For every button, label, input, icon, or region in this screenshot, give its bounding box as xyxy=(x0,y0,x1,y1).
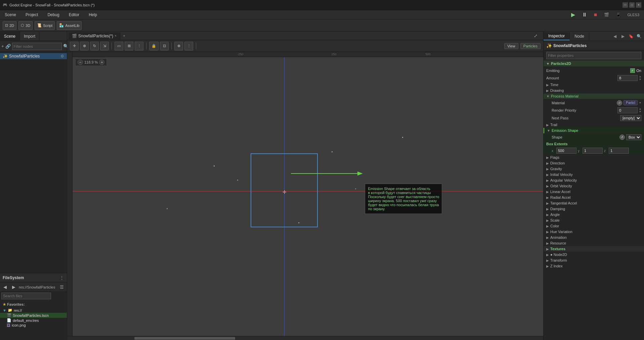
tab-inspector[interactable]: Inspector xyxy=(544,32,570,40)
filesystem-menu-button[interactable]: ⋮ xyxy=(59,275,64,280)
remote-debug-button[interactable]: 📱 xyxy=(614,12,623,18)
tree-item-snowfallparticles[interactable]: ✨ SnowfallParticles ⚙ xyxy=(0,53,67,59)
grid-snap-button[interactable]: ⋮ xyxy=(135,42,143,50)
shape-reset-button[interactable]: ↺ xyxy=(619,135,625,140)
rp-spin-up[interactable]: ▲ xyxy=(639,108,641,110)
box-extent-y-input[interactable] xyxy=(583,148,603,154)
initial-velocity-section[interactable]: ▶Initial Velocity xyxy=(544,172,644,178)
material-spinner[interactable]: ▼ xyxy=(639,102,641,104)
menu-project[interactable]: Project xyxy=(24,12,40,18)
group-button[interactable]: ⊡ xyxy=(160,42,169,50)
amount-input[interactable] xyxy=(617,75,638,81)
rect-tool-button[interactable]: ▭ xyxy=(115,42,123,50)
z-index-section[interactable]: ▶Z Index xyxy=(544,263,644,269)
mode-2d-button[interactable]: ⊡ 2D xyxy=(3,21,16,30)
damping-section[interactable]: ▶Damping xyxy=(544,206,644,212)
rp-spin-down[interactable]: ▼ xyxy=(639,110,641,113)
time-section[interactable]: ▶ Time xyxy=(544,82,644,88)
process-material-section[interactable]: ▼ Process Material xyxy=(544,93,644,99)
drawing-section[interactable]: ▶ Drawing xyxy=(544,88,644,93)
angle-section[interactable]: ▶Angle xyxy=(544,212,644,218)
lock-button[interactable]: 🔒 xyxy=(149,42,159,50)
pause-button[interactable]: ⏸ xyxy=(580,11,589,18)
menu-editor[interactable]: Editor xyxy=(67,12,81,18)
direction-section[interactable]: ▶Direction xyxy=(544,160,644,166)
resource-section[interactable]: ▶Resource xyxy=(544,240,644,246)
node2d-section[interactable]: ▶● Node2D xyxy=(544,252,644,258)
zoom-out-button[interactable]: − xyxy=(78,60,83,65)
angular-velocity-section[interactable]: ▶Angular Velocity xyxy=(544,178,644,183)
inspector-history-forward[interactable]: ▶ xyxy=(619,33,627,40)
mode-assetlib-button[interactable]: 🏪 AssetLib xyxy=(57,21,82,30)
radial-accel-section[interactable]: ▶Radial Accel xyxy=(544,195,644,200)
maximize-button[interactable]: □ xyxy=(629,2,635,8)
add-tab-button[interactable]: + xyxy=(120,32,128,40)
emitting-checkbox[interactable]: ✓ xyxy=(630,68,635,73)
select-tool-button[interactable]: ✛ xyxy=(70,42,79,50)
particles-button[interactable]: Particles xyxy=(520,43,541,49)
tab-import[interactable]: Import xyxy=(20,32,40,41)
scale-tool-button[interactable]: ⇲ xyxy=(100,42,109,50)
add-node-button[interactable]: + xyxy=(1,43,4,50)
zoom-in-button[interactable]: + xyxy=(99,60,104,65)
tree-config-icon[interactable]: ⚙ xyxy=(60,54,64,59)
scale-section[interactable]: ▶Scale xyxy=(544,218,644,223)
more-options-button[interactable]: ⋮ xyxy=(184,42,193,50)
hue-variation-section[interactable]: ▶Hue Variation xyxy=(544,229,644,235)
next-pass-dropdown[interactable]: [empty] xyxy=(620,115,641,121)
gravity-section[interactable]: ▶Gravity xyxy=(544,166,644,172)
menu-scene[interactable]: Scene xyxy=(3,12,18,18)
close-tab-button[interactable]: × xyxy=(115,34,117,38)
view-button[interactable]: View xyxy=(504,43,518,49)
close-button[interactable]: × xyxy=(636,2,641,8)
color-section[interactable]: ▶Color xyxy=(544,223,644,229)
viewport-scrollbar-horizontal[interactable] xyxy=(67,336,543,340)
rotate-tool-button[interactable]: ↻ xyxy=(90,42,99,50)
move-tool-button[interactable]: ⊕ xyxy=(80,42,89,50)
viewport-scrollbar-thumb[interactable] xyxy=(134,337,235,340)
editor-tab-snowfall[interactable]: 🎬 SnowfallParticles(*) × xyxy=(69,32,120,40)
fs-search-input[interactable] xyxy=(1,293,51,299)
menu-help[interactable]: Help xyxy=(87,12,99,18)
render-priority-input[interactable] xyxy=(617,107,638,113)
tab-scene[interactable]: Scene xyxy=(0,32,20,41)
titlebar-controls[interactable]: ─ □ × xyxy=(622,2,641,8)
menu-debug[interactable]: Debug xyxy=(45,12,61,18)
smart-snap-button[interactable]: ⊞ xyxy=(125,42,133,50)
box-extent-x-input[interactable] xyxy=(556,148,576,154)
fs-back-button[interactable]: ◀ xyxy=(1,284,9,291)
linear-accel-section[interactable]: ▶Linear Accel xyxy=(544,189,644,195)
spin-down-icon[interactable]: ▼ xyxy=(639,78,641,81)
filter-properties-input[interactable] xyxy=(546,52,641,59)
viewport-canvas[interactable]: -250 250 500 − 118.9 % + xyxy=(73,52,543,336)
animation-section[interactable]: ▶Animation xyxy=(544,235,644,240)
material-resource-button[interactable]: Particl xyxy=(624,100,638,105)
link-node-button[interactable]: 🔗 xyxy=(5,43,11,50)
render-priority-spinner[interactable]: ▲ ▼ xyxy=(639,108,641,113)
fs-item-res[interactable]: ▼ 📁 res:// xyxy=(0,308,67,313)
fs-forward-button[interactable]: ▶ xyxy=(10,284,17,291)
mode-script-button[interactable]: 📜 Script xyxy=(35,21,55,30)
inspector-bookmark[interactable]: 🔖 xyxy=(627,33,635,40)
fs-item-snowfall[interactable]: 🎬 SnowfallParticles.tscn xyxy=(0,313,67,318)
particles2d-section[interactable]: ▼ Particles2D xyxy=(544,61,644,67)
tab-node[interactable]: Node xyxy=(570,33,589,40)
bone-button[interactable]: ⊕ xyxy=(174,42,183,50)
fs-item-icon[interactable]: 🖼 icon.png xyxy=(0,323,67,328)
shape-dropdown[interactable]: Box xyxy=(626,134,641,140)
box-extent-z-input[interactable] xyxy=(609,148,629,154)
stop-button[interactable]: ■ xyxy=(592,11,599,18)
fs-item-default-env[interactable]: 📄 default_env.tres xyxy=(0,318,67,323)
play-button[interactable]: ▶ xyxy=(569,11,577,18)
amount-spinner[interactable]: ▲ ▼ xyxy=(639,75,641,81)
emission-shape-section[interactable]: ▼ Emission Shape xyxy=(544,128,644,134)
tangential-accel-section[interactable]: ▶Tangential Accel xyxy=(544,200,644,206)
transform-section[interactable]: ▶Transform xyxy=(544,258,644,263)
material-expand-icon[interactable]: ▼ xyxy=(639,102,641,104)
maximize-viewport-button[interactable]: ⤢ xyxy=(532,32,539,40)
material-reset-button[interactable]: ↺ xyxy=(617,100,622,106)
inspector-object-picker[interactable]: 🔍 xyxy=(635,33,643,40)
flags-section[interactable]: ▶Flags xyxy=(544,155,644,160)
orbit-velocity-section[interactable]: ▶Orbit Velocity xyxy=(544,183,644,189)
filter-nodes-input[interactable] xyxy=(12,43,62,50)
